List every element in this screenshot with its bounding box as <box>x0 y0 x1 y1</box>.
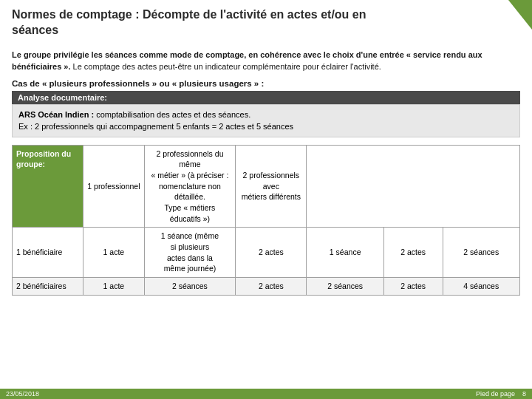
table-header-2prof-same: 2 professionnels du même « métier » (à p… <box>144 145 236 228</box>
table-header-proposition: Proposition du groupe: <box>13 145 83 228</box>
cas-title: Cas de « plusieurs professionnels » ou «… <box>12 79 520 88</box>
table-header-empty <box>307 145 520 228</box>
table-header-2prof-diff: 2 professionnels avec métiers différents <box>236 145 307 228</box>
page-title: Normes de comptage : Décompte de l'activ… <box>12 7 520 38</box>
cell-2benef-col6: 2 actes <box>383 278 443 296</box>
title-section: Normes de comptage : Décompte de l'activ… <box>0 0 532 43</box>
table-row-2beneficiaires: 2 bénéficiaires 1 acte 2 séances 2 actes… <box>13 278 520 296</box>
footer-date: 23/05/2018 <box>6 390 39 398</box>
cell-1benef-col5: 1 séance <box>307 228 383 278</box>
footer-bar: 23/05/2018 Pied de page 8 <box>0 389 532 399</box>
cell-1benef-col4: 2 actes <box>236 228 307 278</box>
analyse-box: Analyse documentaire: <box>12 91 520 104</box>
footer-page: Pied de page 8 <box>476 390 526 398</box>
table-header-row: Proposition du groupe: 1 professionnel 2… <box>13 145 520 228</box>
cell-2benef-col5: 2 séances <box>307 278 383 296</box>
table-row-1beneficiaire: 1 bénéficiaire 1 acte 1 séance (même si … <box>13 228 520 278</box>
cell-2benef-col4: 2 actes <box>236 278 307 296</box>
main-table: Proposition du groupe: 1 professionnel 2… <box>12 145 520 296</box>
ars-box: ARS Océan Indien : comptabilisation des … <box>12 104 520 137</box>
table-header-1prof: 1 professionnel <box>83 145 144 228</box>
cell-1benef-label: 1 bénéficiaire <box>13 228 83 278</box>
cell-2benef-col2: 1 acte <box>83 278 144 296</box>
cell-2benef-col3: 2 séances <box>144 278 236 296</box>
body-content: Le groupe privilégie les séances comme m… <box>0 43 532 299</box>
cell-1benef-col2: 1 acte <box>83 228 144 278</box>
cell-2benef-col7: 4 séances <box>443 278 520 296</box>
cell-1benef-col3: 1 séance (même si plusieurs actes dans l… <box>144 228 236 278</box>
intro-paragraph: Le groupe privilégie les séances comme m… <box>12 49 520 73</box>
page: Normes de comptage : Décompte de l'activ… <box>0 0 532 399</box>
cell-1benef-col7: 2 séances <box>443 228 520 278</box>
cell-1benef-col6: 2 actes <box>383 228 443 278</box>
cell-2benef-label: 2 bénéficiaires <box>13 278 83 296</box>
